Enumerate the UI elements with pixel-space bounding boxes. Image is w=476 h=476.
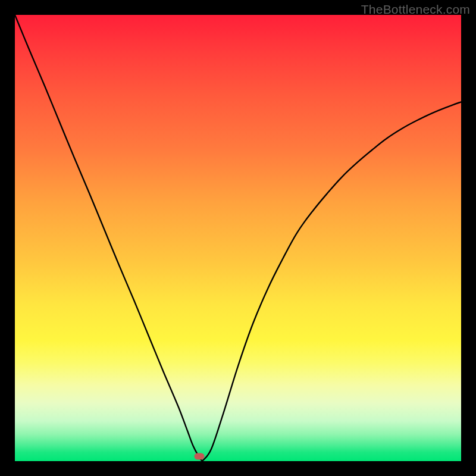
plot-area [15,15,461,461]
watermark-text: TheBottleneck.com [361,2,470,17]
curve-path [15,15,461,461]
optimal-marker [195,453,205,460]
bottleneck-curve [15,15,461,461]
outer-frame: TheBottleneck.com [0,0,476,476]
